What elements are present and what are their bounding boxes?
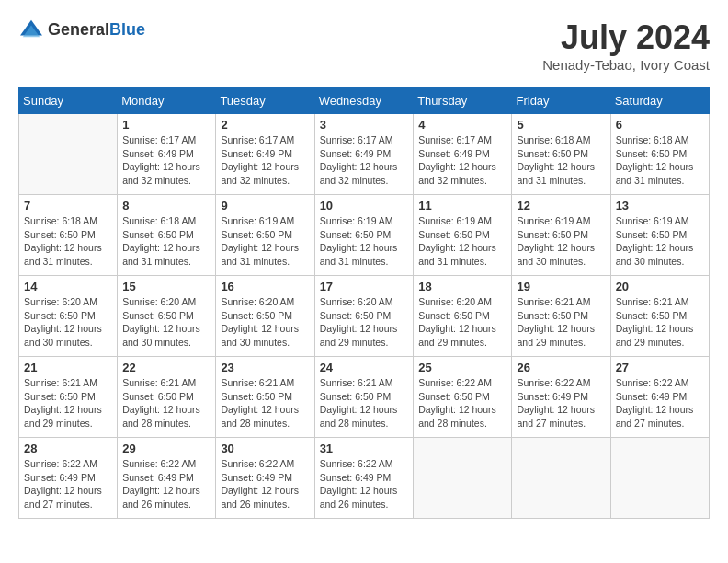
day-info: Sunrise: 6:19 AM Sunset: 6:50 PM Dayligh…: [517, 214, 605, 269]
day-info: Sunrise: 6:18 AM Sunset: 6:50 PM Dayligh…: [122, 214, 210, 269]
header-sunday: Sunday: [19, 88, 118, 114]
day-info: Sunrise: 6:22 AM Sunset: 6:49 PM Dayligh…: [616, 376, 704, 431]
day-number: 1: [122, 118, 210, 132]
day-info: Sunrise: 6:19 AM Sunset: 6:50 PM Dayligh…: [221, 214, 309, 269]
day-number: 18: [418, 280, 506, 293]
calendar-cell: 10Sunrise: 6:19 AM Sunset: 6:50 PM Dayli…: [314, 195, 414, 276]
day-info: Sunrise: 6:21 AM Sunset: 6:50 PM Dayligh…: [24, 376, 112, 431]
day-info: Sunrise: 6:21 AM Sunset: 6:50 PM Dayligh…: [616, 295, 704, 350]
calendar-cell: 23Sunrise: 6:21 AM Sunset: 6:50 PM Dayli…: [216, 357, 314, 438]
week-row-3: 14Sunrise: 6:20 AM Sunset: 6:50 PM Dayli…: [19, 276, 710, 357]
day-number: 3: [320, 118, 409, 132]
calendar-cell: 14Sunrise: 6:20 AM Sunset: 6:50 PM Dayli…: [19, 276, 118, 357]
location: Nenady-Tebao, Ivory Coast: [542, 57, 710, 73]
day-number: 14: [24, 280, 112, 293]
day-number: 16: [221, 280, 309, 293]
calendar-cell: 31Sunrise: 6:22 AM Sunset: 6:49 PM Dayli…: [314, 438, 414, 519]
day-number: 12: [517, 199, 605, 213]
calendar-cell: 15Sunrise: 6:20 AM Sunset: 6:50 PM Dayli…: [118, 276, 216, 357]
day-number: 13: [616, 199, 704, 213]
day-number: 24: [320, 361, 409, 374]
day-info: Sunrise: 6:20 AM Sunset: 6:50 PM Dayligh…: [221, 295, 309, 350]
day-number: 10: [320, 199, 409, 213]
calendar-cell: 22Sunrise: 6:21 AM Sunset: 6:50 PM Dayli…: [118, 357, 216, 438]
day-number: 6: [616, 118, 704, 132]
page-header: GeneralBlue July 2024 Nenady-Tebao, Ivor…: [18, 18, 710, 73]
calendar-cell: 1Sunrise: 6:17 AM Sunset: 6:49 PM Daylig…: [118, 114, 216, 195]
day-number: 30: [221, 442, 309, 455]
calendar-cell: 27Sunrise: 6:22 AM Sunset: 6:49 PM Dayli…: [610, 357, 709, 438]
day-info: Sunrise: 6:22 AM Sunset: 6:50 PM Dayligh…: [418, 376, 506, 431]
calendar-cell: 19Sunrise: 6:21 AM Sunset: 6:50 PM Dayli…: [512, 276, 610, 357]
calendar-cell: 18Sunrise: 6:20 AM Sunset: 6:50 PM Dayli…: [414, 276, 512, 357]
day-number: 11: [418, 199, 506, 213]
calendar-cell: 4Sunrise: 6:17 AM Sunset: 6:49 PM Daylig…: [414, 114, 512, 195]
day-info: Sunrise: 6:22 AM Sunset: 6:49 PM Dayligh…: [24, 457, 112, 511]
calendar-cell: [19, 114, 118, 195]
day-number: 19: [517, 280, 605, 293]
day-number: 21: [24, 361, 112, 374]
logo-text-blue: Blue: [109, 20, 145, 39]
header-wednesday: Wednesday: [314, 88, 414, 114]
day-info: Sunrise: 6:17 AM Sunset: 6:49 PM Dayligh…: [320, 133, 409, 188]
logo-text-general: General: [48, 20, 109, 39]
day-info: Sunrise: 6:20 AM Sunset: 6:50 PM Dayligh…: [122, 295, 210, 350]
day-info: Sunrise: 6:22 AM Sunset: 6:49 PM Dayligh…: [517, 376, 605, 431]
day-number: 2: [221, 118, 309, 132]
day-number: 7: [24, 199, 112, 213]
day-info: Sunrise: 6:21 AM Sunset: 6:50 PM Dayligh…: [320, 376, 409, 431]
calendar-cell: 12Sunrise: 6:19 AM Sunset: 6:50 PM Dayli…: [512, 195, 610, 276]
day-info: Sunrise: 6:22 AM Sunset: 6:49 PM Dayligh…: [320, 457, 409, 511]
day-number: 5: [517, 118, 605, 132]
day-number: 25: [418, 361, 506, 374]
calendar-cell: 3Sunrise: 6:17 AM Sunset: 6:49 PM Daylig…: [314, 114, 414, 195]
calendar-cell: [512, 438, 610, 519]
day-info: Sunrise: 6:19 AM Sunset: 6:50 PM Dayligh…: [418, 214, 506, 269]
week-row-4: 21Sunrise: 6:21 AM Sunset: 6:50 PM Dayli…: [19, 357, 710, 438]
calendar-cell: 8Sunrise: 6:18 AM Sunset: 6:50 PM Daylig…: [118, 195, 216, 276]
day-number: 15: [122, 280, 210, 293]
week-row-5: 28Sunrise: 6:22 AM Sunset: 6:49 PM Dayli…: [19, 438, 710, 519]
header-saturday: Saturday: [610, 88, 709, 114]
calendar-cell: 29Sunrise: 6:22 AM Sunset: 6:49 PM Dayli…: [118, 438, 216, 519]
calendar-header-row: SundayMondayTuesdayWednesdayThursdayFrid…: [19, 88, 710, 114]
day-number: 26: [517, 361, 605, 374]
day-number: 31: [320, 442, 409, 455]
calendar-cell: 24Sunrise: 6:21 AM Sunset: 6:50 PM Dayli…: [314, 357, 414, 438]
logo: GeneralBlue: [18, 18, 145, 40]
day-info: Sunrise: 6:18 AM Sunset: 6:50 PM Dayligh…: [616, 133, 704, 188]
day-number: 23: [221, 361, 309, 374]
day-info: Sunrise: 6:19 AM Sunset: 6:50 PM Dayligh…: [616, 214, 704, 269]
day-number: 8: [122, 199, 210, 213]
calendar-cell: 2Sunrise: 6:17 AM Sunset: 6:49 PM Daylig…: [216, 114, 314, 195]
calendar-cell: 5Sunrise: 6:18 AM Sunset: 6:50 PM Daylig…: [512, 114, 610, 195]
day-info: Sunrise: 6:21 AM Sunset: 6:50 PM Dayligh…: [221, 376, 309, 431]
calendar-cell: 21Sunrise: 6:21 AM Sunset: 6:50 PM Dayli…: [19, 357, 118, 438]
day-number: 29: [122, 442, 210, 455]
calendar-cell: [610, 438, 709, 519]
day-info: Sunrise: 6:22 AM Sunset: 6:49 PM Dayligh…: [122, 457, 210, 511]
calendar-cell: 26Sunrise: 6:22 AM Sunset: 6:49 PM Dayli…: [512, 357, 610, 438]
calendar-cell: 30Sunrise: 6:22 AM Sunset: 6:49 PM Dayli…: [216, 438, 314, 519]
week-row-1: 1Sunrise: 6:17 AM Sunset: 6:49 PM Daylig…: [19, 114, 710, 195]
calendar-cell: 6Sunrise: 6:18 AM Sunset: 6:50 PM Daylig…: [610, 114, 709, 195]
day-info: Sunrise: 6:20 AM Sunset: 6:50 PM Dayligh…: [418, 295, 506, 350]
calendar: SundayMondayTuesdayWednesdayThursdayFrid…: [18, 87, 710, 519]
day-info: Sunrise: 6:19 AM Sunset: 6:50 PM Dayligh…: [320, 214, 409, 269]
day-number: 28: [24, 442, 112, 455]
day-info: Sunrise: 6:22 AM Sunset: 6:49 PM Dayligh…: [221, 457, 309, 511]
calendar-cell: 13Sunrise: 6:19 AM Sunset: 6:50 PM Dayli…: [610, 195, 709, 276]
header-monday: Monday: [118, 88, 216, 114]
day-number: 20: [616, 280, 704, 293]
day-number: 22: [122, 361, 210, 374]
day-info: Sunrise: 6:20 AM Sunset: 6:50 PM Dayligh…: [24, 295, 112, 350]
day-number: 17: [320, 280, 409, 293]
day-number: 9: [221, 199, 309, 213]
header-thursday: Thursday: [414, 88, 512, 114]
week-row-2: 7Sunrise: 6:18 AM Sunset: 6:50 PM Daylig…: [19, 195, 710, 276]
day-info: Sunrise: 6:21 AM Sunset: 6:50 PM Dayligh…: [122, 376, 210, 431]
calendar-cell: 7Sunrise: 6:18 AM Sunset: 6:50 PM Daylig…: [19, 195, 118, 276]
calendar-cell: 28Sunrise: 6:22 AM Sunset: 6:49 PM Dayli…: [19, 438, 118, 519]
day-info: Sunrise: 6:17 AM Sunset: 6:49 PM Dayligh…: [122, 133, 210, 188]
calendar-cell: 17Sunrise: 6:20 AM Sunset: 6:50 PM Dayli…: [314, 276, 414, 357]
